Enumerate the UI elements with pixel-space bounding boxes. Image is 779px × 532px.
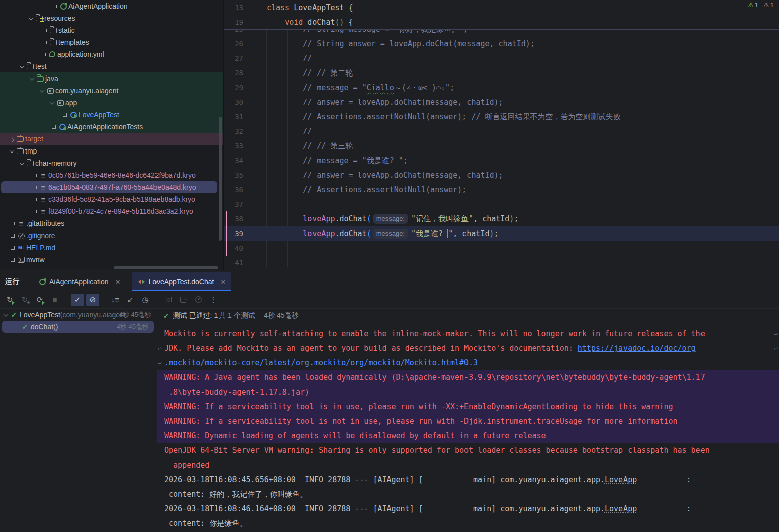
code-line-33[interactable]: 33 // // 第三轮 bbox=[224, 139, 779, 154]
tree-item-tmp[interactable]: tmp bbox=[0, 145, 223, 157]
console-text: .8\byte-buddy-agent-1.17.8.jar) bbox=[164, 388, 309, 397]
more-options-button[interactable]: ⋮ bbox=[207, 294, 220, 306]
chevron-right-icon[interactable] bbox=[8, 135, 15, 142]
code-line-32[interactable]: 32 // bbox=[224, 124, 779, 139]
tree-item-static[interactable]: static bbox=[0, 24, 223, 36]
stop-button[interactable]: ■ bbox=[48, 294, 61, 306]
tree-item-aiagentapplicationtests[interactable]: AiAgentApplicationTests bbox=[0, 121, 223, 133]
folderres-icon bbox=[36, 16, 43, 21]
code-line-40[interactable]: 40 bbox=[224, 241, 779, 256]
code-line-34[interactable]: 34 // message = "我是谁? "; bbox=[224, 154, 779, 168]
chevron-down-icon[interactable] bbox=[18, 63, 25, 70]
code-line-28[interactable]: 28 // // 第二轮 bbox=[224, 66, 779, 81]
tree-item-application-yml[interactable]: application.yml bbox=[0, 48, 223, 60]
run-tab-loveapptest-dochat[interactable]: LoveAppTest.doChat✕ bbox=[132, 272, 231, 291]
tree-item-label: tmp bbox=[25, 147, 37, 155]
tree-item-java[interactable]: java bbox=[0, 72, 223, 85]
tree-item-f8249f00-b782-4c7e-894e-5b116d3ac3a2-kryo[interactable]: ≡f8249f00-b782-4c7e-894e-5b116d3ac3a2.kr… bbox=[0, 205, 223, 217]
console-line: WARNING: If a serviceability tool is in … bbox=[157, 400, 779, 414]
classp-icon bbox=[59, 124, 66, 130]
sticky-line-13[interactable]: 13class LoveAppTest { bbox=[224, 1, 779, 15]
rerun-failed-button[interactable]: ↻ bbox=[18, 294, 31, 306]
warning-indicator[interactable]: ⚠1 bbox=[763, 1, 774, 9]
test-history-button[interactable]: ◷ bbox=[139, 294, 152, 306]
tree-item-c33d36fd-5c82-41a5-9cba-b5198aeb8adb-kryo[interactable]: ≡c33d36fd-5c82-41a5-9cba-b5198aeb8adb.kr… bbox=[0, 193, 223, 205]
screenshot-button[interactable] bbox=[162, 294, 175, 306]
chevron-down-icon[interactable] bbox=[48, 99, 55, 106]
tree-item-aiagentapplication[interactable]: AiAgentApplication bbox=[0, 0, 223, 12]
tree-item-target[interactable]: target bbox=[0, 133, 223, 145]
code-line-31[interactable]: 31 // Assertions.assertNotNull(answer); … bbox=[224, 110, 779, 124]
code-line-27[interactable]: 27 // bbox=[224, 51, 779, 66]
console-text: 2026-03-18T16:08:45.656+08:00 INFO 28788… bbox=[164, 475, 605, 484]
import-tests-button[interactable] bbox=[177, 294, 190, 306]
tree-item-6ac1b054-0837-497f-a760-55a44be0a48d-kryo[interactable]: ≡6ac1b054-0837-497f-a760-55a44be0a48d.kr… bbox=[1, 181, 217, 193]
test-node-loveapptest[interactable]: ✓LoveAppTest (com.yuanyu.aiagent.4秒 45毫秒 bbox=[0, 309, 157, 321]
run-tab-aiagentapplication[interactable]: AiAgentApplication✕ bbox=[33, 272, 125, 291]
close-tab-icon[interactable]: ✕ bbox=[115, 278, 121, 286]
tree-item-loveapptest[interactable]: LoveAppTest bbox=[0, 109, 223, 121]
warning-indicator[interactable]: ⚠1 bbox=[748, 1, 758, 9]
profiler-button[interactable] bbox=[192, 294, 205, 306]
chevron-down-icon[interactable] bbox=[18, 160, 25, 167]
tree-horizontal-scrollbar[interactable] bbox=[114, 266, 218, 269]
code-line-30[interactable]: 30 // answer = loveApp.doChat(message, c… bbox=[224, 95, 779, 110]
tree-item-mvnw[interactable]: ❯_mvnw bbox=[0, 254, 223, 266]
run-tool-window: 运行 AiAgentApplication✕LoveAppTest.doChat… bbox=[0, 272, 779, 532]
tree-item-com-yuanyu-aiagent[interactable]: com.yuanyu.aiagent bbox=[0, 85, 223, 97]
tree-item-app[interactable]: app bbox=[0, 97, 223, 109]
console-line: 2026-03-18T16:08:45.656+08:00 INFO 28788… bbox=[157, 473, 779, 487]
console-link[interactable]: .mockito/mockito-core/latest/org.mockito… bbox=[164, 358, 478, 367]
tree-item--gitattributes[interactable]: ≡.gitattributes bbox=[0, 217, 223, 230]
chevron-down-icon[interactable] bbox=[38, 87, 45, 94]
tree-item-label: java bbox=[45, 74, 58, 83]
code-line-26[interactable]: 26 // String answer = loveApp.doChat(mes… bbox=[224, 37, 779, 51]
code-line-38[interactable]: 38 loveApp.doChat(message:"记住，我叫缘鱼", cha… bbox=[224, 212, 779, 226]
code-line-41[interactable]: 41 bbox=[224, 256, 779, 270]
tree-item-char-memory[interactable]: char-memory bbox=[0, 157, 223, 169]
line-number: 30 bbox=[224, 95, 243, 110]
tree-item-0c05761b-be59-46e6-8e46-dc6422f9ba7d-kryo[interactable]: ≡0c05761b-be59-46e6-8e46-dc6422f9ba7d.kr… bbox=[0, 169, 223, 181]
code-line-36[interactable]: 36 // Assertions.assertNotNull(answer); bbox=[224, 183, 779, 197]
tree-item-label: application.yml bbox=[57, 50, 104, 58]
md-icon: M↓ bbox=[18, 245, 24, 250]
console-line: OpenJDK 64-Bit Server VM warning: Sharin… bbox=[157, 443, 779, 458]
rerun-button[interactable]: ↻ bbox=[3, 294, 16, 306]
code-line-37[interactable]: 37 bbox=[224, 197, 779, 212]
warning-icon: ⚠ bbox=[763, 1, 769, 9]
toggle-auto-test-button[interactable]: ⟳ bbox=[33, 294, 46, 306]
tree-item-test[interactable]: test bbox=[0, 60, 223, 72]
sticky-line-19[interactable]: 19 void doChat() { bbox=[224, 15, 779, 30]
show-ignored-toggle[interactable]: ⊘ bbox=[86, 294, 99, 306]
sort-by-duration-button[interactable]: ↓≡ bbox=[109, 294, 122, 306]
test-node-dochat-[interactable]: ✓doChat()4秒 45毫秒 bbox=[2, 321, 154, 333]
tree-item-templates[interactable]: templates bbox=[0, 36, 223, 48]
chevron-down-icon[interactable] bbox=[8, 147, 15, 155]
test-results-tree[interactable]: ✓LoveAppTest (com.yuanyu.aiagent.4秒 45毫秒… bbox=[0, 309, 157, 532]
tree-vertical-scrollbar[interactable] bbox=[219, 117, 222, 241]
tree-item-help-md[interactable]: M↓HELP.md bbox=[0, 242, 223, 254]
code-line-35[interactable]: 35 // answer = loveApp.doChat(message, c… bbox=[224, 168, 779, 183]
navigate-to-bottom-button[interactable]: ↙ bbox=[124, 294, 137, 306]
tree-item--gitignore[interactable]: .gitignore bbox=[0, 230, 223, 242]
tree-item-resources[interactable]: resources bbox=[0, 12, 223, 24]
chevron-down-icon[interactable] bbox=[27, 15, 34, 22]
console-link[interactable]: https://javadoc.io/doc/org bbox=[578, 344, 696, 353]
chevron-down-icon[interactable] bbox=[28, 75, 35, 82]
console-text: WARNING: If a serviceability tool is in … bbox=[164, 402, 673, 411]
inspections-widget[interactable]: ⚠1⚠1 bbox=[748, 1, 774, 9]
console-line: Mockito is currently self-attaching to e… bbox=[157, 327, 779, 341]
pkg-icon bbox=[47, 88, 54, 94]
junit-test-icon bbox=[138, 279, 145, 284]
code-line-39[interactable]: 39 loveApp.doChat(message:"我是谁? ", chatI… bbox=[224, 226, 779, 241]
project-tree-panel[interactable]: AiAgentApplicationresourcesstatictemplat… bbox=[0, 0, 223, 270]
folder-icon bbox=[27, 64, 34, 69]
chevron-down-icon[interactable] bbox=[2, 311, 9, 318]
console-output[interactable]: Mockito is currently self-attaching to e… bbox=[157, 327, 779, 532]
code-line-29[interactable]: 29 // message = "Ciallo～(∠・ω< )⌒☆"; bbox=[224, 81, 779, 95]
test-node-label: doChat() bbox=[31, 323, 58, 331]
code-editor[interactable]: 25 // String message = "你好，我是缘鱼。";26 // … bbox=[224, 0, 779, 270]
lines-icon: ≡ bbox=[41, 196, 46, 203]
close-tab-icon[interactable]: ✕ bbox=[220, 278, 226, 286]
show-passed-toggle[interactable]: ✓ bbox=[71, 294, 84, 306]
